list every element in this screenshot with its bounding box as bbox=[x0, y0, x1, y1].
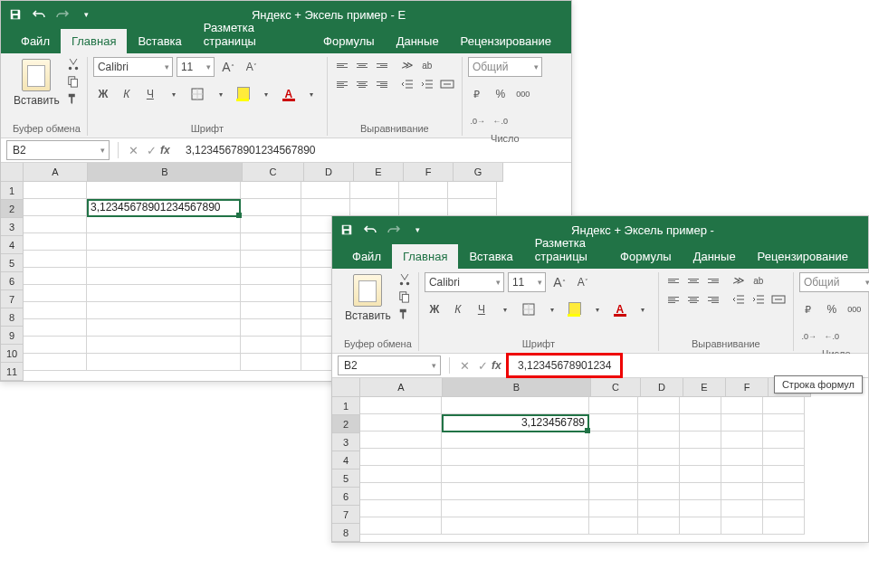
cell[interactable] bbox=[638, 466, 680, 483]
cell[interactable] bbox=[24, 354, 87, 371]
cell[interactable] bbox=[24, 268, 87, 285]
format-painter-icon[interactable] bbox=[65, 91, 81, 106]
percent-icon[interactable]: % bbox=[822, 299, 842, 319]
row-header[interactable]: 7 bbox=[1, 290, 24, 308]
cell[interactable] bbox=[589, 397, 638, 414]
cell[interactable] bbox=[360, 432, 442, 449]
underline-dropdown-icon[interactable]: ▾ bbox=[495, 299, 515, 319]
cut-icon[interactable] bbox=[396, 272, 413, 287]
cell[interactable] bbox=[87, 337, 241, 354]
align-bottom-icon[interactable] bbox=[373, 57, 391, 73]
cell[interactable] bbox=[442, 397, 589, 414]
cell[interactable] bbox=[241, 337, 301, 354]
align-center-icon[interactable] bbox=[353, 76, 371, 92]
row-header[interactable]: 10 bbox=[1, 345, 24, 363]
col-header[interactable]: D bbox=[641, 378, 683, 397]
tab-file[interactable]: Файл bbox=[341, 244, 392, 269]
number-format-select[interactable]: Общий bbox=[468, 57, 542, 77]
copy-icon[interactable] bbox=[396, 289, 413, 304]
font-size-select[interactable]: 11 bbox=[177, 57, 215, 77]
align-top-icon[interactable] bbox=[664, 272, 683, 289]
cell[interactable] bbox=[680, 500, 721, 517]
cell[interactable] bbox=[721, 449, 763, 466]
font-color-icon[interactable]: A bbox=[611, 300, 629, 318]
row-header[interactable]: 3 bbox=[332, 433, 360, 451]
cell[interactable] bbox=[680, 397, 721, 414]
cell[interactable] bbox=[241, 199, 301, 216]
cell[interactable] bbox=[360, 517, 442, 535]
qat-dropdown-icon[interactable]: ▾ bbox=[79, 7, 93, 22]
border-icon[interactable] bbox=[187, 84, 207, 104]
cell[interactable] bbox=[763, 500, 805, 517]
increase-indent-icon[interactable] bbox=[418, 76, 436, 92]
shrink-font-icon[interactable]: A˅ bbox=[573, 272, 593, 292]
cut-icon[interactable] bbox=[65, 57, 81, 71]
cell[interactable] bbox=[763, 517, 805, 535]
tab-layout[interactable]: Разметка страницы bbox=[193, 15, 312, 53]
align-top-icon[interactable] bbox=[333, 57, 351, 73]
cell[interactable] bbox=[360, 414, 442, 432]
italic-button[interactable]: К bbox=[448, 299, 468, 319]
cell[interactable] bbox=[589, 432, 638, 449]
border-dropdown-icon[interactable]: ▾ bbox=[542, 299, 562, 319]
cell[interactable] bbox=[360, 483, 442, 500]
cell-b2[interactable]: 3,12345678901234567890 bbox=[87, 199, 241, 216]
formula-input[interactable]: 3,12345678901234 bbox=[511, 356, 618, 375]
align-left-icon[interactable] bbox=[664, 291, 683, 308]
col-header[interactable]: D bbox=[304, 163, 354, 182]
cell[interactable] bbox=[399, 199, 448, 216]
tab-data[interactable]: Данные bbox=[683, 244, 747, 269]
tab-formulas[interactable]: Формулы bbox=[609, 244, 683, 269]
cell[interactable] bbox=[360, 449, 442, 466]
cell[interactable] bbox=[680, 517, 721, 535]
copy-icon[interactable] bbox=[65, 74, 81, 89]
name-box[interactable]: B2 bbox=[338, 356, 441, 375]
cell[interactable] bbox=[24, 285, 87, 302]
align-middle-icon[interactable] bbox=[353, 57, 371, 73]
decrease-decimal-icon[interactable]: ←.0 bbox=[822, 327, 842, 346]
row-header[interactable]: 5 bbox=[1, 254, 24, 272]
cell[interactable] bbox=[589, 517, 638, 535]
tab-review[interactable]: Рецензирование bbox=[450, 29, 562, 53]
name-box[interactable]: B2 bbox=[6, 140, 110, 160]
cell[interactable] bbox=[360, 397, 442, 414]
save-icon[interactable] bbox=[8, 7, 23, 22]
select-all-corner[interactable] bbox=[1, 163, 24, 182]
cell[interactable] bbox=[87, 233, 241, 251]
cell[interactable] bbox=[241, 354, 301, 371]
cell[interactable] bbox=[87, 285, 241, 302]
cell[interactable] bbox=[241, 216, 301, 233]
row-header[interactable]: 6 bbox=[332, 488, 360, 506]
cell[interactable] bbox=[241, 285, 301, 302]
cell[interactable] bbox=[680, 432, 721, 449]
cell[interactable] bbox=[350, 182, 399, 199]
cell[interactable] bbox=[680, 466, 721, 483]
save-icon[interactable] bbox=[339, 223, 354, 237]
align-bottom-icon[interactable] bbox=[704, 272, 722, 289]
cell[interactable] bbox=[241, 182, 301, 199]
cell[interactable] bbox=[399, 182, 448, 199]
row-header[interactable]: 1 bbox=[1, 182, 24, 200]
cell[interactable] bbox=[87, 302, 241, 319]
fontcolor-dropdown-icon[interactable]: ▾ bbox=[633, 299, 653, 319]
grow-font-icon[interactable]: A˄ bbox=[218, 57, 238, 77]
cell[interactable] bbox=[241, 319, 301, 337]
cell[interactable] bbox=[24, 216, 87, 233]
cell[interactable] bbox=[442, 517, 589, 535]
number-format-select[interactable]: Общий bbox=[799, 272, 869, 292]
fill-color-icon[interactable] bbox=[566, 300, 584, 318]
align-center-icon[interactable] bbox=[684, 291, 702, 308]
row-header[interactable]: 8 bbox=[1, 308, 24, 327]
row-header[interactable]: 1 bbox=[332, 397, 360, 415]
cell[interactable] bbox=[680, 414, 721, 432]
undo-icon[interactable] bbox=[32, 7, 46, 22]
comma-style-icon[interactable]: 000 bbox=[845, 299, 864, 319]
redo-icon[interactable] bbox=[387, 223, 401, 237]
cell[interactable] bbox=[442, 449, 589, 466]
row-header[interactable]: 3 bbox=[1, 218, 24, 236]
cell[interactable] bbox=[24, 337, 87, 354]
cell[interactable] bbox=[638, 483, 680, 500]
cell[interactable] bbox=[448, 199, 497, 216]
tab-formulas[interactable]: Формулы bbox=[312, 29, 386, 53]
merge-icon[interactable] bbox=[769, 291, 788, 308]
